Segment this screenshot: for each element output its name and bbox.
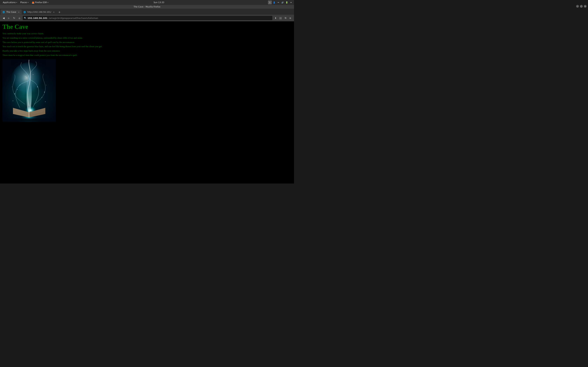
tab-favicon: 🌐 xyxy=(2,11,5,13)
firefox-menu[interactable]: 🦊 Firefox ESR ▾ xyxy=(30,1,50,4)
system-bar-right: 1 👤 ✏ 🔊 🔋 ▾ xyxy=(268,1,293,4)
page-heading: The Cave xyxy=(2,23,292,30)
nav-right-icons: ⬇ ||| ⧉ ≡ xyxy=(273,16,293,20)
reload-button[interactable]: ↻ xyxy=(12,16,17,20)
svg-point-10 xyxy=(42,97,42,98)
system-time: Sun 13:33 xyxy=(154,1,164,4)
url-bar[interactable]: 🔍 192.168.56.101/amagicbridgeappearsatth… xyxy=(22,16,273,20)
firefox-icon: 🦊 xyxy=(32,1,35,4)
magic-book-image xyxy=(2,59,56,122)
system-bar: Applications ▾ Places ▾ 🦊 Firefox ESR ▾ … xyxy=(0,0,294,5)
svg-point-16 xyxy=(33,74,34,75)
svg-point-9 xyxy=(44,92,45,92)
nav-bar: ◀ ▶ ↻ ⌂ 🔍 192.168.56.101/amagicbridgeapp… xyxy=(0,15,294,21)
users-icon[interactable]: 👤 xyxy=(273,1,276,4)
tab-close-button[interactable]: × xyxy=(17,11,20,13)
svg-rect-26 xyxy=(2,118,56,122)
svg-point-11 xyxy=(20,85,20,85)
svg-point-14 xyxy=(46,85,46,85)
firefox-arrow-icon: ▾ xyxy=(48,1,49,3)
svg-point-18 xyxy=(45,101,46,102)
applications-arrow-icon: ▾ xyxy=(16,1,17,3)
places-arrow-icon: ▾ xyxy=(28,1,28,3)
page-line-2: You are standing on a snow covered plate… xyxy=(2,36,292,40)
tab-active[interactable]: 🌐 The Cave × xyxy=(1,10,22,15)
page-line-4: You reach out to touch the gaseous blue … xyxy=(2,45,292,48)
browser-chrome: The Cave - Mozilla Firefox ─ □ × 🌐 The C… xyxy=(0,5,294,21)
svg-point-15 xyxy=(25,76,26,76)
new-tab-button[interactable]: + xyxy=(57,10,62,14)
svg-point-6 xyxy=(26,75,32,113)
bookmarks-library-button[interactable]: ||| xyxy=(278,16,283,20)
applications-menu[interactable]: Applications ▾ xyxy=(1,1,18,4)
browser-title-bar: The Cave - Mozilla Firefox ─ □ × xyxy=(0,5,294,9)
tab2-close-button[interactable]: × xyxy=(53,11,55,13)
download-button[interactable]: ⬇ xyxy=(273,16,278,20)
battery-icon[interactable]: 🔋 xyxy=(285,1,288,4)
tab-bar: 🌐 The Cave × 🌐 http://192.168.56.101/ × … xyxy=(0,9,294,15)
home-button[interactable]: ⌂ xyxy=(17,16,22,20)
page-content: The Cave You cautiously make your way ac… xyxy=(0,21,294,184)
tab2-favicon: 🌐 xyxy=(24,11,26,13)
hamburger-menu-button[interactable]: ≡ xyxy=(288,16,293,20)
page-line-1: You cautiously make your way across chas… xyxy=(2,32,292,35)
back-button[interactable]: ◀ xyxy=(1,16,6,20)
svg-point-7 xyxy=(14,93,15,94)
tab-second[interactable]: 🌐 http://192.168.56.101/ × xyxy=(22,10,57,15)
forward-button[interactable]: ▶ xyxy=(7,16,11,20)
url-lock-icon: 🔍 xyxy=(24,17,26,19)
volume-icon[interactable]: 🔊 xyxy=(281,1,284,4)
workspace-indicator[interactable]: 1 xyxy=(268,1,272,4)
system-bar-left: Applications ▾ Places ▾ 🦊 Firefox ESR ▾ xyxy=(1,1,50,4)
page-line-5: Hastily you take a few steps back away f… xyxy=(2,49,292,53)
split-view-button[interactable]: ⧉ xyxy=(283,16,288,20)
power-arrow-icon[interactable]: ▾ xyxy=(289,1,293,4)
svg-point-13 xyxy=(12,87,12,87)
places-menu[interactable]: Places ▾ xyxy=(19,1,30,4)
pencil-icon[interactable]: ✏ xyxy=(277,1,280,4)
page-line-6: There must be a magical item that could … xyxy=(2,53,292,57)
page-line-3: The cave before you is protected by some… xyxy=(2,41,292,44)
svg-point-8 xyxy=(17,89,18,90)
svg-point-12 xyxy=(37,86,38,87)
svg-point-17 xyxy=(13,100,13,101)
